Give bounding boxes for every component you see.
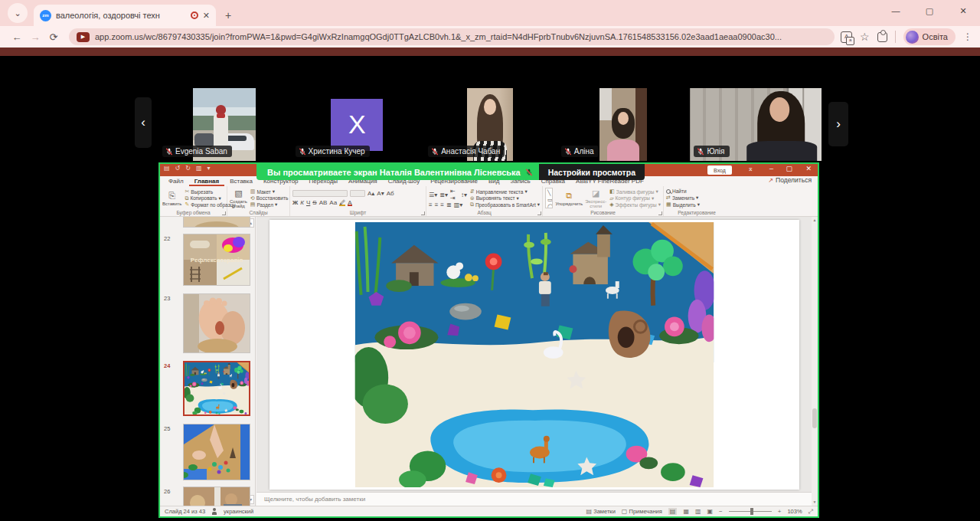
notes-bar[interactable]: Щелкните, чтобы добавить заметки bbox=[256, 492, 812, 506]
browser-tab[interactable]: zm валеологія, оздоровчі техн ✕ bbox=[34, 5, 216, 26]
zoom-level[interactable]: 103% bbox=[787, 508, 802, 515]
slide-sorter-icon[interactable]: ▦ bbox=[683, 508, 689, 515]
participant-tile[interactable]: Evgenia Saban bbox=[158, 88, 290, 161]
columns-icon[interactable]: ▥▾ bbox=[454, 202, 463, 208]
slide-thumb-24-selected[interactable] bbox=[183, 361, 250, 416]
slideshow-icon[interactable]: ▥ bbox=[196, 165, 202, 172]
dialog-launcher-icon[interactable] bbox=[222, 211, 226, 215]
shapes-gallery[interactable]: ╲ ▭ ◯ △ ⌒ ☆⇨ ▱ ❏ ✚ ✖ ✧ bbox=[545, 188, 553, 208]
slide-thumb-23[interactable] bbox=[183, 293, 250, 353]
scroll-up-icon[interactable]: ▲ bbox=[812, 217, 818, 224]
editor-scrollbar[interactable]: ▲ ▼ bbox=[812, 217, 818, 506]
section-button[interactable]: ▤Раздел ▾ bbox=[250, 202, 289, 208]
dialog-launcher-icon[interactable] bbox=[421, 211, 425, 215]
font-color-button[interactable]: А bbox=[348, 199, 351, 206]
slide-thumb-partial-21[interactable] bbox=[183, 217, 250, 228]
numbering-icon[interactable]: ≣▾ bbox=[439, 192, 448, 198]
paste-button[interactable]: ⎘ Вставить bbox=[162, 188, 181, 208]
translate-icon[interactable]: A bbox=[841, 31, 852, 43]
highlight-color-button[interactable]: 🖉 bbox=[339, 199, 345, 206]
current-slide[interactable] bbox=[270, 220, 799, 490]
participant-tile[interactable]: Аліна bbox=[557, 88, 689, 161]
accessibility-icon[interactable] bbox=[211, 508, 217, 515]
notes-toggle[interactable]: ▤ Заметки bbox=[586, 508, 616, 515]
participant-tile[interactable]: X Христина Кучер bbox=[292, 88, 423, 161]
new-tab-button[interactable]: + bbox=[225, 9, 231, 21]
slide-thumb-25[interactable] bbox=[183, 424, 250, 480]
strikethrough-button[interactable]: S bbox=[312, 199, 316, 206]
slide-thumb-partial-26[interactable] bbox=[183, 487, 250, 506]
tab-insert[interactable]: Вставка bbox=[224, 176, 258, 186]
text-direction-button[interactable]: ⇵Направление текста ▾ bbox=[470, 188, 540, 195]
shadow-button[interactable]: АВ bbox=[319, 199, 328, 206]
shape-outline-button[interactable]: ▱Контур фигуры ▾ bbox=[609, 195, 661, 202]
scrollbar-thumb[interactable] bbox=[812, 408, 817, 428]
replace-button[interactable]: ⇄Заменить ▾ bbox=[666, 195, 700, 201]
minimize-button[interactable]: — bbox=[879, 0, 913, 23]
align-left-icon[interactable]: ≡ bbox=[429, 202, 433, 208]
underline-button[interactable]: Ч bbox=[306, 199, 310, 206]
extensions-icon[interactable] bbox=[877, 32, 887, 42]
save-icon[interactable]: ▤ bbox=[164, 165, 170, 172]
slide-thumb-22[interactable]: Рефлексотерапія bbox=[183, 234, 250, 286]
tab-file[interactable]: Файл bbox=[163, 176, 189, 186]
dialog-launcher-icon[interactable] bbox=[537, 211, 541, 215]
address-bar[interactable]: ▶ app.zoom.us/wc/86797430335/join?fromPW… bbox=[69, 28, 835, 45]
browser-menu-icon[interactable]: ⋮ bbox=[963, 31, 972, 42]
fit-slide-icon[interactable]: ⤢ bbox=[808, 508, 813, 516]
back-button[interactable]: ← bbox=[8, 31, 26, 43]
pp-maximize-icon[interactable]: ▢ bbox=[786, 165, 792, 172]
case-button[interactable]: Аа bbox=[329, 199, 337, 206]
close-button[interactable]: ✕ bbox=[946, 0, 980, 23]
justify-icon[interactable]: ≣ bbox=[446, 202, 452, 208]
shrink-font-icon[interactable]: А▾ bbox=[377, 190, 384, 197]
slideshow-view-icon[interactable]: ▣ bbox=[707, 508, 714, 515]
participant-tile[interactable]: Юлія bbox=[690, 88, 822, 161]
zoom-slider[interactable] bbox=[729, 511, 772, 512]
participant-tile[interactable]: Анастасія Чабан bbox=[424, 88, 556, 161]
new-slide-button[interactable]: ▧ Создать слайд bbox=[230, 188, 247, 208]
reload-button[interactable]: ⟳ bbox=[44, 31, 63, 43]
align-center-icon[interactable]: ≡ bbox=[435, 202, 439, 208]
camera-permission-icon[interactable]: ▶ bbox=[77, 32, 90, 42]
zoom-slider-thumb[interactable] bbox=[750, 508, 753, 515]
grow-font-icon[interactable]: А▴ bbox=[368, 190, 374, 197]
view-options-button[interactable]: Настройки просмотра bbox=[539, 164, 645, 180]
redo-icon[interactable]: ↻ bbox=[185, 165, 191, 172]
participants-next-button[interactable]: › bbox=[828, 102, 848, 146]
shape-fill-button[interactable]: ◧Заливка фигуры ▾ bbox=[609, 188, 661, 195]
pp-close-icon[interactable]: ✕ bbox=[805, 165, 812, 172]
reset-button[interactable]: ⟲Восстановить bbox=[250, 195, 289, 202]
maximize-button[interactable]: ▢ bbox=[913, 0, 946, 23]
language-indicator[interactable]: украинский bbox=[224, 508, 253, 515]
find-button[interactable]: Найти bbox=[666, 188, 700, 194]
line-spacing-icon[interactable]: ↕▾ bbox=[461, 192, 467, 198]
tab-home[interactable]: Главная bbox=[189, 176, 225, 186]
shape-effects-button[interactable]: ◈Эффекты фигуры ▾ bbox=[609, 202, 661, 208]
italic-button[interactable]: К bbox=[300, 199, 304, 206]
forward-button[interactable]: → bbox=[26, 31, 44, 43]
font-name-box[interactable] bbox=[292, 190, 348, 197]
clear-format-icon[interactable]: Аб bbox=[387, 190, 394, 197]
align-right-icon[interactable]: ≡ bbox=[440, 202, 444, 208]
bold-button[interactable]: Ж bbox=[292, 199, 298, 206]
participants-prev-button[interactable]: ‹ bbox=[135, 97, 152, 148]
reading-view-icon[interactable]: ▥ bbox=[695, 508, 701, 515]
bullets-icon[interactable]: ☰▾ bbox=[429, 192, 437, 198]
bookmark-star-icon[interactable]: ☆ bbox=[860, 31, 870, 43]
signin-button[interactable]: Вход bbox=[707, 165, 732, 175]
undo-icon[interactable]: ↺ bbox=[175, 165, 181, 172]
comments-toggle[interactable]: ▢ Примечания bbox=[622, 508, 662, 515]
smartart-button[interactable]: ⧉Преобразовать в SmartArt ▾ bbox=[470, 202, 540, 208]
normal-view-icon[interactable]: ▤ bbox=[668, 508, 678, 515]
pp-minimize-icon[interactable]: – bbox=[769, 165, 773, 172]
dialog-launcher-icon[interactable] bbox=[658, 211, 662, 215]
pp-share-button[interactable]: ↗ Поделиться bbox=[768, 176, 812, 184]
tab-search-button[interactable]: ⌄ bbox=[8, 3, 28, 23]
profile-chip[interactable]: Освіта bbox=[903, 28, 956, 45]
select-button[interactable]: ▦Выделить ▾ bbox=[666, 202, 700, 208]
font-size-box[interactable] bbox=[350, 190, 365, 197]
arrange-button[interactable]: ⧉ Упорядочить bbox=[556, 188, 582, 208]
zoom-in-icon[interactable]: + bbox=[778, 508, 782, 515]
indent-icons[interactable]: ⇤ ⇥ bbox=[450, 188, 459, 202]
